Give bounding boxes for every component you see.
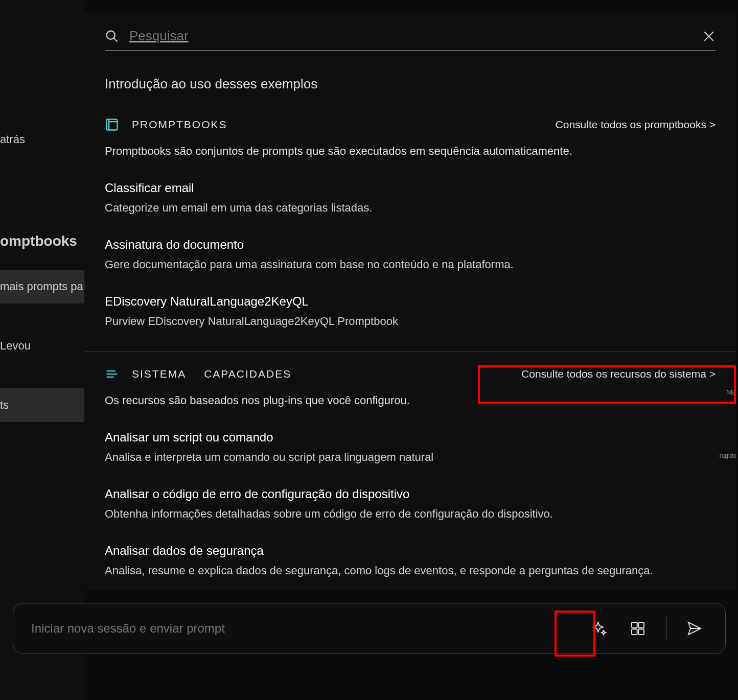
promptbook-item-title: EDiscovery NaturalLanguage2KeyQL (105, 294, 716, 309)
send-button[interactable] (682, 616, 707, 641)
system-title: SISTEMA (132, 368, 186, 380)
promptbook-item-desc: Gere documentação para uma assinatura co… (105, 258, 716, 271)
promptbook-item[interactable]: Assinatura do documento Gere documentaçã… (105, 238, 716, 271)
prompt-input-bar (13, 603, 726, 654)
sidebar-item-label: mais prompts para (0, 280, 84, 293)
promptbooks-title: PROMPTBOOKS (132, 119, 227, 131)
system-item[interactable]: Analisar o código de erro de configuraçã… (105, 487, 716, 521)
search-icon (105, 29, 119, 43)
sidebar-item-label: Levou (0, 339, 31, 352)
system-description: Os recursos são baseados nos plug-ins qu… (105, 394, 716, 407)
svg-point-0 (107, 31, 115, 39)
intro-heading: Introdução ao uso desses exemplos (105, 76, 716, 92)
promptbook-item-desc: Purview EDiscovery NaturalLanguage2KeyQL… (105, 315, 716, 328)
svg-rect-4 (107, 120, 118, 130)
apps-button[interactable] (625, 616, 651, 641)
svg-rect-13 (638, 629, 644, 635)
promptbook-item[interactable]: Classificar email Categorize um email em… (105, 181, 716, 215)
corner-label-ne: NE (726, 388, 735, 396)
list-icon (105, 367, 119, 381)
apps-icon (630, 620, 646, 637)
sidebar-item-back[interactable]: atrás (0, 123, 84, 156)
svg-line-1 (114, 38, 118, 41)
sidebar-item-ts[interactable]: ts (0, 388, 84, 422)
system-item-title: Analisar dados de segurança (105, 544, 716, 558)
system-item-desc: Obtenha informações detalhadas sobre um … (105, 507, 716, 521)
promptbook-item-title: Assinatura do documento (105, 238, 716, 252)
prompt-input[interactable] (31, 621, 587, 636)
sidebar-item-label: ts (0, 399, 9, 411)
promptbook-item-title: Classificar email (105, 181, 716, 195)
promptbooks-see-all-link[interactable]: Consulte todos os promptbooks > (556, 119, 716, 131)
svg-rect-12 (632, 629, 637, 635)
svg-rect-11 (638, 622, 644, 628)
promptbook-item-desc: Categorize um email em uma das categoria… (105, 201, 716, 215)
sidebar: atrás omptbooks mais prompts para Levou … (0, 0, 84, 700)
promptbooks-header: PROMPTBOOKS Consulte todos os promptbook… (105, 118, 716, 132)
corner-label-rugido: rugido (720, 452, 736, 459)
system-item[interactable]: Analisar dados de segurança Analisa, res… (105, 544, 716, 577)
system-item-desc: Analisa, resume e explica dados de segur… (105, 564, 716, 577)
divider (666, 617, 666, 640)
promptbooks-description: Promptbooks são conjuntos de prompts que… (105, 145, 716, 158)
close-icon[interactable] (702, 30, 716, 43)
system-see-all-link[interactable]: Consulte todos os recursos do sistema > (521, 368, 716, 380)
system-item-title: Analisar o código de erro de configuraçã… (105, 487, 716, 501)
book-icon (105, 118, 119, 132)
system-subtitle: CAPACIDADES (204, 368, 291, 380)
svg-rect-10 (632, 622, 637, 628)
system-item[interactable]: Analisar um script ou comando Analisa e … (105, 430, 716, 464)
sidebar-item-promptbooks[interactable]: omptbooks (0, 223, 84, 260)
sidebar-item-levou[interactable]: Levou (0, 329, 84, 363)
system-header: SISTEMA CAPACIDADES Consulte todos os re… (105, 367, 716, 381)
sidebar-item-label: atrás (0, 133, 25, 146)
sidebar-item-more-prompts[interactable]: mais prompts para (0, 270, 84, 304)
sidebar-item-label: omptbooks (0, 233, 77, 249)
send-icon (686, 620, 703, 637)
system-item-title: Analisar um script ou comando (105, 430, 716, 445)
main-panel: Introdução ao uso desses exemplos PROMPT… (84, 13, 736, 590)
search-bar (105, 28, 716, 51)
search-input[interactable] (129, 28, 702, 44)
system-item-desc: Analisa e interpreta um comando ou scrip… (105, 451, 716, 464)
section-divider (84, 351, 736, 352)
sparkle-icon (591, 620, 608, 637)
sparkle-button[interactable] (587, 616, 612, 641)
promptbook-item[interactable]: EDiscovery NaturalLanguage2KeyQL Purview… (105, 294, 716, 328)
